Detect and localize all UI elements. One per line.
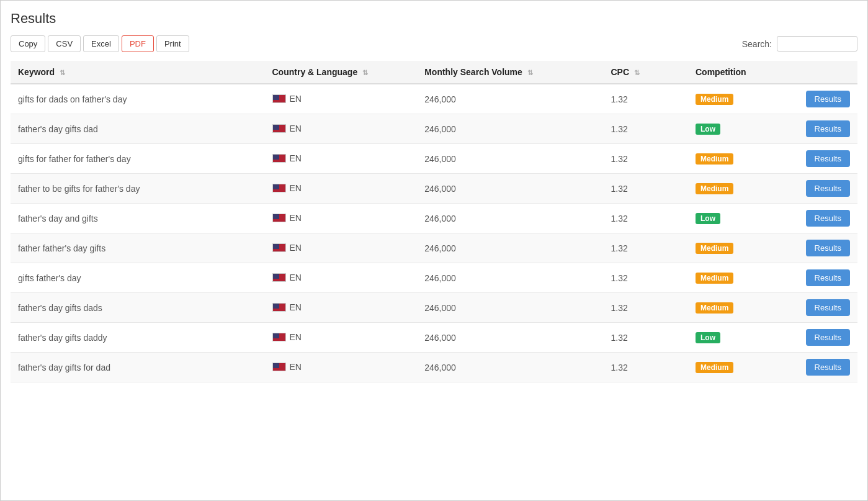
us-flag-icon [272, 333, 286, 341]
country-cell: EN [265, 204, 418, 233]
table-row: father's day gifts dads EN 246,000 1.32 … [11, 293, 857, 323]
cpc-cell: 1.32 [603, 204, 688, 233]
results-button[interactable]: Results [806, 359, 850, 376]
results-button[interactable]: Results [806, 329, 850, 346]
keyword-cell: father's day gifts for dad [11, 353, 265, 382]
language-code: EN [290, 183, 302, 193]
col-header-cpc[interactable]: CPC ⇅ [603, 61, 688, 84]
keyword-cell: father's day gifts daddy [11, 323, 265, 353]
language-code: EN [290, 273, 302, 282]
table-row: father's day gifts dad EN 246,000 1.32 L… [11, 114, 857, 144]
cpc-cell: 1.32 [603, 84, 688, 114]
competition-cell: Medium [688, 84, 798, 114]
sort-icon-volume: ⇅ [527, 69, 533, 77]
print-button[interactable]: Print [156, 35, 189, 52]
table-row: father's day gifts for dad EN 246,000 1.… [11, 353, 857, 382]
results-button[interactable]: Results [806, 299, 850, 316]
country-cell: EN [265, 174, 418, 204]
competition-badge: Medium [696, 362, 733, 373]
country-cell: EN [265, 293, 418, 323]
competition-badge: Low [696, 332, 720, 343]
us-flag-icon [272, 363, 286, 371]
results-cell: Results [798, 293, 857, 323]
country-cell: EN [265, 263, 418, 293]
competition-badge: Medium [696, 153, 733, 165]
results-cell: Results [798, 323, 857, 353]
competition-badge: Medium [696, 302, 733, 314]
csv-button[interactable]: CSV [48, 35, 81, 52]
cpc-cell: 1.32 [603, 263, 688, 293]
us-flag-icon [272, 214, 286, 222]
sort-icon-keyword: ⇅ [60, 69, 65, 77]
volume-cell: 246,000 [417, 353, 603, 382]
table-row: father's day gifts daddy EN 246,000 1.32… [11, 323, 857, 353]
results-button[interactable]: Results [806, 120, 850, 137]
cpc-cell: 1.32 [603, 114, 688, 144]
results-button[interactable]: Results [806, 269, 850, 286]
competition-badge: Low [696, 124, 720, 135]
results-cell: Results [798, 84, 857, 114]
search-input[interactable] [777, 36, 857, 52]
results-cell: Results [798, 174, 857, 204]
results-button[interactable]: Results [806, 180, 850, 197]
results-cell: Results [798, 263, 857, 293]
competition-cell: Medium [688, 293, 798, 323]
results-table: Keyword ⇅ Country & Language ⇅ Monthly S… [11, 61, 857, 382]
results-button[interactable]: Results [806, 210, 850, 227]
language-code: EN [290, 153, 302, 163]
language-code: EN [290, 243, 302, 253]
competition-cell: Medium [688, 144, 798, 174]
results-button[interactable]: Results [806, 91, 850, 107]
col-header-volume[interactable]: Monthly Search Volume ⇅ [417, 61, 603, 84]
main-container: Results Copy CSV Excel PDF Print Search:… [0, 0, 868, 501]
excel-button[interactable]: Excel [83, 35, 119, 52]
competition-badge: Medium [696, 243, 733, 254]
volume-cell: 246,000 [417, 144, 603, 174]
table-row: gifts father's day EN 246,000 1.32 Mediu… [11, 263, 857, 293]
keyword-cell: father's day gifts dad [11, 114, 265, 144]
us-flag-icon [272, 154, 286, 163]
volume-cell: 246,000 [417, 323, 603, 353]
search-label: Search: [742, 39, 772, 49]
col-header-keyword[interactable]: Keyword ⇅ [11, 61, 265, 84]
country-cell: EN [265, 84, 418, 114]
toolbar-right: Search: [742, 36, 857, 52]
results-cell: Results [798, 353, 857, 382]
keyword-cell: father's day and gifts [11, 204, 265, 233]
results-cell: Results [798, 204, 857, 233]
competition-cell: Medium [688, 233, 798, 263]
competition-cell: Medium [688, 353, 798, 382]
competition-badge: Medium [696, 183, 733, 194]
table-row: father's day and gifts EN 246,000 1.32 L… [11, 204, 857, 233]
language-code: EN [290, 213, 302, 223]
copy-button[interactable]: Copy [11, 35, 45, 52]
results-button[interactable]: Results [806, 150, 850, 167]
results-button[interactable]: Results [806, 240, 850, 256]
keyword-cell: gifts for father for father's day [11, 144, 265, 174]
us-flag-icon [272, 243, 286, 252]
cpc-cell: 1.32 [603, 323, 688, 353]
table-row: father father's day gifts EN 246,000 1.3… [11, 233, 857, 263]
col-header-competition[interactable]: Competition [688, 61, 798, 84]
table-row: father to be gifts for father's day EN 2… [11, 174, 857, 204]
col-header-country[interactable]: Country & Language ⇅ [265, 61, 418, 84]
language-code: EN [290, 362, 302, 372]
cpc-cell: 1.32 [603, 174, 688, 204]
toolbar: Copy CSV Excel PDF Print Search: [11, 35, 857, 52]
volume-cell: 246,000 [417, 114, 603, 144]
competition-badge: Low [696, 213, 720, 224]
us-flag-icon [272, 184, 286, 192]
competition-badge: Medium [696, 273, 733, 284]
volume-cell: 246,000 [417, 174, 603, 204]
results-cell: Results [798, 114, 857, 144]
table-header-row: Keyword ⇅ Country & Language ⇅ Monthly S… [11, 61, 857, 84]
volume-cell: 246,000 [417, 263, 603, 293]
us-flag-icon [272, 273, 286, 282]
competition-cell: Low [688, 114, 798, 144]
language-code: EN [290, 332, 302, 342]
keyword-cell: gifts for dads on father's day [11, 84, 265, 114]
competition-cell: Low [688, 204, 798, 233]
pdf-button[interactable]: PDF [122, 35, 154, 52]
volume-cell: 246,000 [417, 84, 603, 114]
us-flag-icon [272, 124, 286, 133]
